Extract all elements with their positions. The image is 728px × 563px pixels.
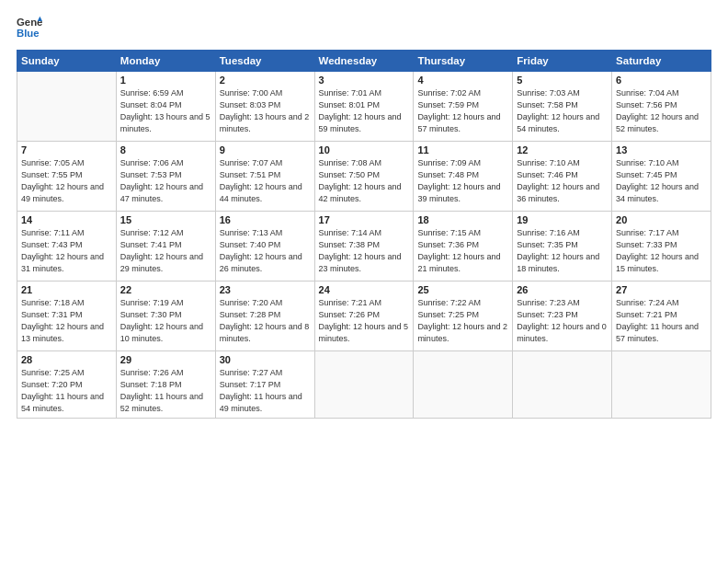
- day-number: 12: [517, 144, 608, 155]
- calendar-cell: 20Sunrise: 7:17 AMSunset: 7:33 PMDayligh…: [612, 212, 711, 282]
- day-number: 18: [417, 214, 508, 225]
- calendar-cell: 3Sunrise: 7:01 AMSunset: 8:01 PMDaylight…: [314, 72, 414, 142]
- calendar-cell: 18Sunrise: 7:15 AMSunset: 7:36 PMDayligh…: [414, 212, 513, 282]
- day-info: Sunrise: 7:24 AMSunset: 7:21 PMDaylight:…: [616, 297, 707, 345]
- calendar-cell: 5Sunrise: 7:03 AMSunset: 7:58 PMDaylight…: [513, 72, 612, 142]
- day-info: Sunrise: 7:11 AMSunset: 7:43 PMDaylight:…: [21, 227, 112, 275]
- day-header: Sunday: [17, 51, 117, 72]
- calendar-cell: 8Sunrise: 7:06 AMSunset: 7:53 PMDaylight…: [116, 142, 215, 212]
- day-info: Sunrise: 7:16 AMSunset: 7:35 PMDaylight:…: [517, 227, 608, 275]
- day-header: Monday: [116, 51, 215, 72]
- calendar-cell: 6Sunrise: 7:04 AMSunset: 7:56 PMDaylight…: [612, 72, 711, 142]
- day-info: Sunrise: 7:01 AMSunset: 8:01 PMDaylight:…: [319, 87, 410, 135]
- day-info: Sunrise: 7:02 AMSunset: 7:59 PMDaylight:…: [417, 87, 508, 135]
- calendar-cell: 13Sunrise: 7:10 AMSunset: 7:45 PMDayligh…: [612, 142, 711, 212]
- day-info: Sunrise: 7:09 AMSunset: 7:48 PMDaylight:…: [417, 157, 508, 205]
- day-number: 19: [517, 214, 608, 225]
- svg-text:Blue: Blue: [17, 28, 40, 39]
- day-info: Sunrise: 7:22 AMSunset: 7:25 PMDaylight:…: [417, 297, 508, 345]
- day-number: 13: [616, 144, 707, 155]
- calendar-cell: 17Sunrise: 7:14 AMSunset: 7:38 PMDayligh…: [314, 212, 414, 282]
- day-info: Sunrise: 7:17 AMSunset: 7:33 PMDaylight:…: [616, 227, 707, 275]
- calendar-table: SundayMondayTuesdayWednesdayThursdayFrid…: [17, 50, 711, 419]
- day-number: 21: [21, 284, 112, 295]
- day-header: Tuesday: [215, 51, 314, 72]
- day-info: Sunrise: 7:21 AMSunset: 7:26 PMDaylight:…: [319, 297, 410, 345]
- day-info: Sunrise: 7:18 AMSunset: 7:31 PMDaylight:…: [21, 297, 112, 345]
- day-number: 14: [21, 214, 112, 225]
- day-number: 8: [120, 144, 211, 155]
- day-number: 11: [417, 144, 508, 155]
- day-number: 10: [319, 144, 410, 155]
- day-number: 24: [319, 284, 410, 295]
- day-number: 2: [220, 75, 311, 86]
- day-info: Sunrise: 7:10 AMSunset: 7:46 PMDaylight:…: [517, 157, 608, 205]
- day-info: Sunrise: 7:10 AMSunset: 7:45 PMDaylight:…: [616, 157, 707, 205]
- day-info: Sunrise: 7:12 AMSunset: 7:41 PMDaylight:…: [120, 227, 211, 275]
- calendar-cell: 19Sunrise: 7:16 AMSunset: 7:35 PMDayligh…: [513, 212, 612, 282]
- day-info: Sunrise: 7:07 AMSunset: 7:51 PMDaylight:…: [220, 157, 311, 205]
- logo: General Blue: [17, 15, 42, 40]
- day-info: Sunrise: 7:04 AMSunset: 7:56 PMDaylight:…: [616, 87, 707, 135]
- day-info: Sunrise: 7:13 AMSunset: 7:40 PMDaylight:…: [220, 227, 311, 275]
- calendar-cell: 11Sunrise: 7:09 AMSunset: 7:48 PMDayligh…: [414, 142, 513, 212]
- logo-icon: General Blue: [17, 15, 42, 40]
- day-number: 9: [220, 144, 311, 155]
- day-number: 22: [120, 284, 211, 295]
- day-info: Sunrise: 7:25 AMSunset: 7:20 PMDaylight:…: [21, 367, 112, 415]
- calendar-cell: [513, 351, 612, 419]
- calendar-cell: 21Sunrise: 7:18 AMSunset: 7:31 PMDayligh…: [17, 282, 117, 351]
- day-number: 1: [120, 75, 211, 86]
- day-info: Sunrise: 7:20 AMSunset: 7:28 PMDaylight:…: [220, 297, 311, 345]
- day-number: 3: [319, 75, 410, 86]
- calendar-cell: [414, 351, 513, 419]
- day-info: Sunrise: 6:59 AMSunset: 8:04 PMDaylight:…: [120, 87, 211, 135]
- day-number: 6: [616, 75, 707, 86]
- day-header: Saturday: [612, 51, 711, 72]
- calendar-cell: 12Sunrise: 7:10 AMSunset: 7:46 PMDayligh…: [513, 142, 612, 212]
- day-info: Sunrise: 7:00 AMSunset: 8:03 PMDaylight:…: [220, 87, 311, 135]
- page: General Blue SundayMondayTuesdayWednesda…: [0, 0, 728, 563]
- day-info: Sunrise: 7:06 AMSunset: 7:53 PMDaylight:…: [120, 157, 211, 205]
- calendar-cell: 9Sunrise: 7:07 AMSunset: 7:51 PMDaylight…: [215, 142, 314, 212]
- calendar-cell: 27Sunrise: 7:24 AMSunset: 7:21 PMDayligh…: [612, 282, 711, 351]
- day-number: 16: [220, 214, 311, 225]
- calendar-cell: 14Sunrise: 7:11 AMSunset: 7:43 PMDayligh…: [17, 212, 117, 282]
- day-header: Friday: [513, 51, 612, 72]
- header: General Blue: [17, 15, 711, 40]
- day-number: 17: [319, 214, 410, 225]
- calendar-cell: 1Sunrise: 6:59 AMSunset: 8:04 PMDaylight…: [116, 72, 215, 142]
- calendar-cell: 26Sunrise: 7:23 AMSunset: 7:23 PMDayligh…: [513, 282, 612, 351]
- calendar-cell: [314, 351, 414, 419]
- calendar-cell: 28Sunrise: 7:25 AMSunset: 7:20 PMDayligh…: [17, 351, 117, 419]
- day-header: Wednesday: [314, 51, 414, 72]
- day-info: Sunrise: 7:15 AMSunset: 7:36 PMDaylight:…: [417, 227, 508, 275]
- day-info: Sunrise: 7:19 AMSunset: 7:30 PMDaylight:…: [120, 297, 211, 345]
- day-number: 25: [417, 284, 508, 295]
- calendar-cell: 4Sunrise: 7:02 AMSunset: 7:59 PMDaylight…: [414, 72, 513, 142]
- day-info: Sunrise: 7:23 AMSunset: 7:23 PMDaylight:…: [517, 297, 608, 345]
- day-number: 15: [120, 214, 211, 225]
- day-info: Sunrise: 7:14 AMSunset: 7:38 PMDaylight:…: [319, 227, 410, 275]
- day-number: 29: [120, 354, 211, 365]
- day-header: Thursday: [414, 51, 513, 72]
- day-info: Sunrise: 7:03 AMSunset: 7:58 PMDaylight:…: [517, 87, 608, 135]
- calendar-cell: 30Sunrise: 7:27 AMSunset: 7:17 PMDayligh…: [215, 351, 314, 419]
- svg-text:General: General: [17, 17, 42, 28]
- day-info: Sunrise: 7:27 AMSunset: 7:17 PMDaylight:…: [220, 367, 311, 415]
- day-number: 4: [417, 75, 508, 86]
- calendar-cell: 15Sunrise: 7:12 AMSunset: 7:41 PMDayligh…: [116, 212, 215, 282]
- day-number: 27: [616, 284, 707, 295]
- day-info: Sunrise: 7:26 AMSunset: 7:18 PMDaylight:…: [120, 367, 211, 415]
- day-number: 23: [220, 284, 311, 295]
- day-number: 7: [21, 144, 112, 155]
- calendar-cell: 7Sunrise: 7:05 AMSunset: 7:55 PMDaylight…: [17, 142, 117, 212]
- day-number: 30: [220, 354, 311, 365]
- calendar-cell: 29Sunrise: 7:26 AMSunset: 7:18 PMDayligh…: [116, 351, 215, 419]
- calendar-cell: 22Sunrise: 7:19 AMSunset: 7:30 PMDayligh…: [116, 282, 215, 351]
- calendar-cell: 23Sunrise: 7:20 AMSunset: 7:28 PMDayligh…: [215, 282, 314, 351]
- day-number: 5: [517, 75, 608, 86]
- calendar-cell: 16Sunrise: 7:13 AMSunset: 7:40 PMDayligh…: [215, 212, 314, 282]
- calendar-cell: 10Sunrise: 7:08 AMSunset: 7:50 PMDayligh…: [314, 142, 414, 212]
- day-number: 20: [616, 214, 707, 225]
